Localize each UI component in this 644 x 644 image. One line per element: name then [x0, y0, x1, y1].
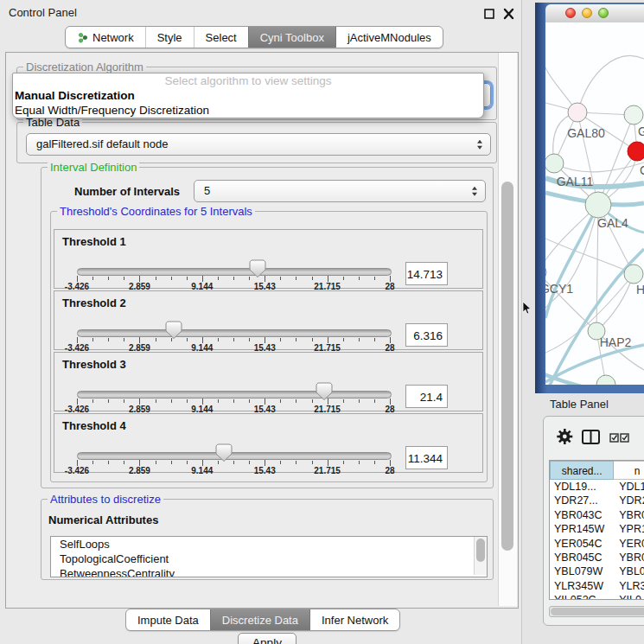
- table-row[interactable]: YDL19...YDL1: [550, 480, 644, 494]
- table-rows: YDL19...YDL1YDR27...YDR2YBR043CYBR0YPR14…: [550, 480, 644, 599]
- tab-select[interactable]: Select: [194, 27, 248, 48]
- table-data-select[interactable]: galFiltered.sif default node: [26, 133, 491, 156]
- tab-label: Impute Data: [137, 614, 199, 627]
- thresholds-fieldset: Threshold's Coordinates for 5 Intervals …: [50, 211, 488, 482]
- mac-zoom-icon[interactable]: [598, 8, 609, 18]
- attributes-fieldset-label: Attributes to discretize: [48, 493, 163, 506]
- num-intervals-label: Number of Intervals: [74, 185, 180, 198]
- scrollbar-thumb[interactable]: [551, 608, 644, 615]
- cell-shared-name: YDR27...: [550, 494, 614, 507]
- tab-style[interactable]: Style: [145, 27, 194, 48]
- gear-icon[interactable]: [556, 428, 573, 449]
- table-row[interactable]: YIL052CYIL0: [550, 593, 644, 599]
- table-row[interactable]: YDR27...YDR2: [550, 494, 644, 507]
- tab-cyni-toolbox[interactable]: Cyni Toolbox: [248, 27, 335, 48]
- column-header-shared-name[interactable]: shared...: [550, 461, 614, 480]
- dropdown-option-equal-width-frequency-discretization[interactable]: Equal Width/Frequency Discretization: [13, 103, 483, 118]
- tick-mark: [171, 461, 172, 464]
- slider-track[interactable]: [77, 452, 392, 460]
- table-row[interactable]: YLR345WYLR3: [550, 579, 644, 593]
- tab-network[interactable]: Network: [66, 27, 145, 48]
- network-node-ga[interactable]: [624, 105, 643, 124]
- num-intervals-select[interactable]: 5: [194, 180, 486, 202]
- node-attribute-table[interactable]: shared... n YDL19...YDL1YDR27...YDR2YBR0…: [549, 460, 644, 600]
- tick-mark: [156, 399, 156, 403]
- tab-discretize-data[interactable]: Discretize Data: [210, 609, 309, 630]
- scrollbar-thumb[interactable]: [476, 539, 485, 562]
- threshold-value-field[interactable]: 21.4: [405, 385, 448, 408]
- network-canvas[interactable]: GAL80GACGAL11GAL4GCY1HHAP2: [545, 22, 644, 385]
- tick-mark: [218, 338, 219, 341]
- slider-track[interactable]: [77, 391, 392, 399]
- tick-mark: [171, 277, 172, 280]
- tick-mark: [265, 337, 265, 343]
- cell-shared-name: YBL079W: [550, 564, 614, 578]
- table-row[interactable]: YBL079WYBL0: [550, 564, 644, 578]
- checkbox-columns-icon[interactable]: [609, 431, 630, 447]
- tick-mark: [328, 460, 328, 466]
- apply-button[interactable]: Apply: [238, 633, 296, 644]
- dropdown-placeholder-item[interactable]: Select algorithm to view settings: [13, 73, 483, 88]
- tick-mark: [343, 338, 344, 341]
- table-row[interactable]: YBR045CYBR0: [550, 551, 644, 564]
- table-row[interactable]: YPR145WYPR1: [550, 522, 644, 536]
- threshold-value-field[interactable]: 14.713: [405, 262, 448, 285]
- node-label: GCY1: [545, 282, 573, 296]
- network-node-gcy1[interactable]: [545, 264, 546, 281]
- float-window-icon[interactable]: [483, 8, 497, 20]
- tick-mark: [187, 277, 188, 280]
- mac-close-icon[interactable]: [565, 8, 576, 18]
- tab-jactivemnodules[interactable]: jActiveMNodules: [335, 27, 443, 48]
- tick-mark: [359, 461, 360, 464]
- tick-mark: [359, 399, 360, 403]
- slider-track[interactable]: [77, 268, 392, 276]
- tick-mark: [187, 461, 188, 464]
- slider-thumb-icon[interactable]: [249, 259, 266, 278]
- dropdown-option-manual-discretization[interactable]: Manual Discretization: [13, 88, 483, 103]
- cell-name: YBL0: [614, 564, 644, 578]
- close-icon[interactable]: [502, 8, 516, 20]
- mac-minimize-icon[interactable]: [582, 8, 592, 18]
- panel-vertical-scrollbar[interactable]: [498, 53, 517, 606]
- network-node-gal80[interactable]: [568, 103, 587, 122]
- tick-mark: [92, 399, 93, 403]
- slider-thumb-icon[interactable]: [165, 321, 182, 340]
- table-row[interactable]: YBR043CYBR0: [550, 508, 644, 522]
- tick-mark: [328, 276, 328, 282]
- node-label: GAL80: [567, 126, 605, 140]
- network-edge: [545, 239, 634, 274]
- cell-name: YER0: [614, 537, 644, 551]
- tick-mark: [139, 399, 140, 405]
- slider-thumb-icon[interactable]: [316, 382, 333, 401]
- node-label: GAL11: [557, 175, 594, 188]
- attribute-item-topologicalcoefficient[interactable]: TopologicalCoefficient: [51, 552, 487, 566]
- network-node-c[interactable]: [628, 142, 644, 161]
- split-view-icon[interactable]: [582, 430, 601, 448]
- network-node-gal11[interactable]: [545, 154, 564, 173]
- slider-thumb-icon[interactable]: [215, 443, 233, 462]
- tick-mark: [265, 460, 265, 466]
- network-window-titlebar[interactable]: [545, 4, 644, 23]
- table-row[interactable]: YER054CYER0: [550, 537, 644, 551]
- tick-mark: [390, 276, 391, 282]
- network-node-h[interactable]: [624, 265, 643, 284]
- tab-infer-network[interactable]: Infer Network: [309, 609, 399, 630]
- slider-track[interactable]: [77, 329, 392, 337]
- attributes-scrollbar[interactable]: [474, 537, 487, 575]
- column-header-name[interactable]: n: [614, 461, 644, 480]
- numerical-attributes-list[interactable]: SelfLoopsTopologicalCoefficientBetweenne…: [50, 536, 488, 577]
- network-graph: GAL80GACGAL11GAL4GCY1HHAP2: [545, 22, 644, 385]
- network-node[interactable]: [596, 375, 615, 385]
- attribute-item-betweennesscentrality[interactable]: BetweennessCentrality: [51, 566, 487, 577]
- table-horizontal-scrollbar[interactable]: [549, 606, 644, 617]
- tick-mark: [218, 399, 219, 403]
- tick-mark: [249, 461, 250, 464]
- tick-mark: [343, 277, 344, 280]
- control-panel-tabbar: NetworkStyleSelectCyni ToolboxjActiveMNo…: [65, 26, 443, 48]
- threshold-value-field[interactable]: 11.344: [405, 446, 448, 469]
- scrollbar-thumb[interactable]: [501, 182, 513, 551]
- attribute-item-selfloops[interactable]: SelfLoops: [51, 537, 487, 552]
- tab-impute-data[interactable]: Impute Data: [126, 609, 210, 630]
- network-node-gal4[interactable]: [585, 192, 611, 218]
- threshold-value-field[interactable]: 6.316: [405, 323, 448, 347]
